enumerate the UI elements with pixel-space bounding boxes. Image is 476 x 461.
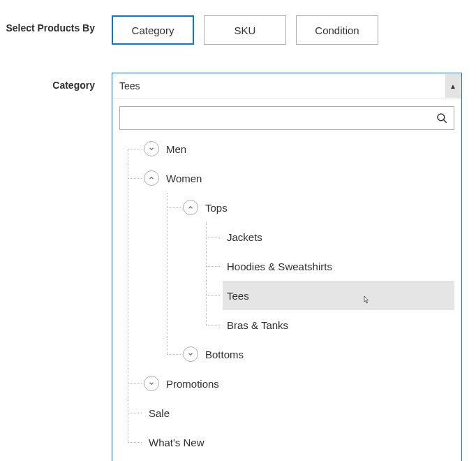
tree-node-women[interactable]: Women xyxy=(144,163,454,193)
tree-label: Women xyxy=(166,173,202,184)
option-condition-button[interactable]: Condition xyxy=(296,15,378,45)
expand-icon[interactable] xyxy=(144,141,159,156)
tree-node-bottoms[interactable]: Bottoms xyxy=(184,339,454,369)
tree-label: Hoodies & Sweatshirts xyxy=(223,261,332,272)
tree-label: Tops xyxy=(205,202,228,214)
tree-node-tops[interactable]: Tops xyxy=(184,193,454,222)
expand-icon[interactable] xyxy=(144,376,159,391)
svg-line-1 xyxy=(443,119,446,122)
tree-node-hoodies[interactable]: Hoodies & Sweatshirts xyxy=(223,251,454,281)
tree-node-jackets[interactable]: Jackets xyxy=(223,222,454,251)
tree-label: Jackets xyxy=(223,231,262,243)
tree-node-tees[interactable]: Tees xyxy=(223,281,454,310)
category-label: Category xyxy=(0,73,112,91)
search-input[interactable] xyxy=(126,112,436,124)
tree-node-men[interactable]: Men xyxy=(144,134,454,163)
tree-label: Promotions xyxy=(166,378,219,390)
category-search[interactable] xyxy=(119,106,454,130)
dropdown-toggle[interactable]: ▲ xyxy=(445,74,461,98)
tree-label: Bras & Tanks xyxy=(223,319,288,331)
caret-up-icon: ▲ xyxy=(449,82,456,90)
svg-point-0 xyxy=(438,114,445,121)
category-selected-value[interactable]: Tees xyxy=(112,80,445,92)
search-icon xyxy=(436,112,448,124)
tree-node-promotions[interactable]: Promotions xyxy=(144,369,454,398)
tree-label: Bottoms xyxy=(205,349,244,360)
collapse-icon[interactable] xyxy=(144,170,159,186)
category-tree-scroll[interactable]: Men Women xyxy=(119,134,454,458)
tree-label: Sale xyxy=(144,407,170,419)
category-dropdown: Men Women xyxy=(112,98,461,461)
tree-node-sale[interactable]: Sale xyxy=(144,398,454,427)
collapse-icon[interactable] xyxy=(183,200,198,215)
category-combobox: Tees ▲ Men xyxy=(112,73,462,461)
category-tree: Men Women xyxy=(121,134,454,457)
expand-icon[interactable] xyxy=(183,346,198,362)
option-sku-button[interactable]: SKU xyxy=(204,15,286,45)
tree-label: Men xyxy=(166,143,186,155)
select-by-group: Category SKU Condition xyxy=(112,15,476,73)
tree-node-whatsnew[interactable]: What's New xyxy=(144,427,454,457)
tree-label: What's New xyxy=(144,437,204,448)
tree-label: Tees xyxy=(223,290,249,302)
select-by-label: Select Products By xyxy=(0,15,112,34)
option-category-button[interactable]: Category xyxy=(112,15,194,45)
tree-node-bras[interactable]: Bras & Tanks xyxy=(223,310,454,339)
